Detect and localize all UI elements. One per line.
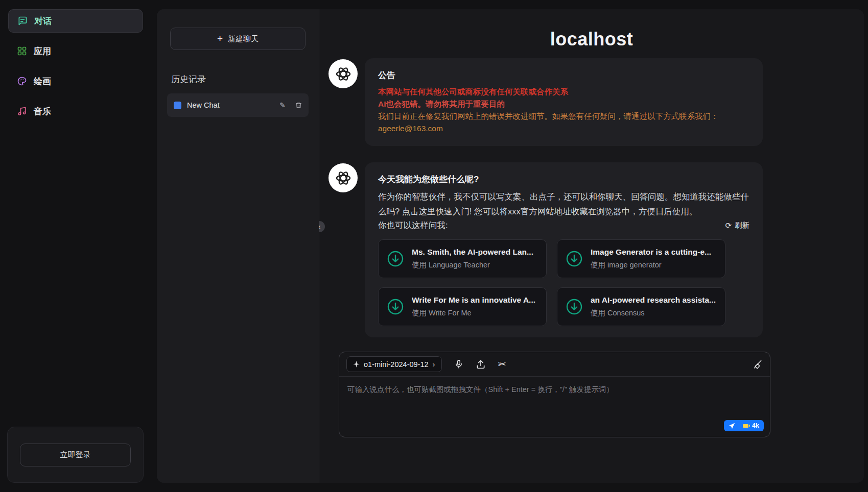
sidebar-item-label: 对话 [34, 15, 52, 27]
login-button[interactable]: 立即登录 [20, 444, 131, 466]
main-panel: + 新建聊天 历史记录 New Chat ✎ [157, 9, 864, 483]
welcome-body: 作为你的智慧伙伴，我不仅可以写文案、出点子，还可以和你聊天、回答问题。想知道我还… [378, 189, 749, 219]
new-chat-button[interactable]: + 新建聊天 [170, 28, 306, 50]
announcement-bubble: 公告 本网站与任何其他公司或商标没有任何关联或合作关系 AI也会犯错。请勿将其用… [365, 58, 763, 146]
history-body: 历史记录 New Chat ✎ [157, 62, 319, 117]
suggestion-card[interactable]: Image Generator is a cutting-e... 使用 ima… [557, 239, 725, 278]
chat-item-title: New Chat [187, 101, 270, 109]
new-chat-label: 新建聊天 [228, 34, 259, 44]
announcement-line2: AI也会犯错。请勿将其用于重要目的 [378, 98, 749, 110]
chat-bubble-icon [17, 16, 28, 26]
app-root: 对话 应用 绘画 [0, 0, 868, 492]
announcement-line1: 本网站与任何其他公司或商标没有任何关联或合作关系 [378, 86, 749, 98]
paper-plane-icon [729, 423, 735, 429]
sidebar-item-chat[interactable]: 对话 [8, 9, 143, 33]
suggestion-subtitle: 使用 Language Teacher [412, 260, 533, 270]
welcome-title: 今天我能为您做些什么呢? [378, 174, 749, 185]
suggestion-text: an AI-powered research assista... 使用 Con… [591, 296, 716, 318]
refresh-label: 刷新 [735, 220, 749, 230]
refresh-icon: ⟳ [725, 221, 732, 230]
suggestion-card[interactable]: Ms. Smith, the AI-powered Lan... 使用 Lang… [378, 239, 547, 278]
suggestion-title: Ms. Smith, the AI-powered Lan... [412, 248, 533, 257]
composer: o1-mini-2024-09-12 › ✂ [339, 352, 770, 437]
sidebar-item-paint[interactable]: 绘画 [8, 69, 143, 93]
chat-history-item[interactable]: New Chat ✎ [167, 93, 309, 117]
battery-icon [743, 424, 748, 428]
sidebar-item-label: 应用 [34, 45, 51, 57]
message-welcome: 今天我能为您做些什么呢? 作为你的智慧伙伴，我不仅可以写文案、出点子，还可以和你… [329, 162, 864, 337]
circle-arrow-down-icon [565, 298, 583, 316]
history-top: + 新建聊天 [157, 9, 319, 62]
announcement-line3: 我们目前正在修复我们网站上的错误并改进细节。如果您有任何疑问，请通过以下方式联系… [378, 110, 749, 122]
page-title: localhost [550, 29, 634, 50]
chevron-right-icon: › [433, 360, 435, 368]
history-column: + 新建聊天 历史记录 New Chat ✎ [157, 9, 319, 483]
suggestion-subtitle: 使用 image generator [591, 260, 711, 270]
palette-icon [17, 76, 27, 86]
message-announcement: 公告 本网站与任何其他公司或商标没有任何关联或合作关系 AI也会犯错。请勿将其用… [329, 58, 864, 146]
history-heading: 历史记录 [171, 73, 309, 85]
assistant-avatar [329, 59, 358, 88]
sidebar-item-apps[interactable]: 应用 [8, 39, 143, 63]
edit-icon[interactable]: ✎ [279, 101, 286, 109]
model-selector[interactable]: o1-mini-2024-09-12 › [346, 356, 442, 372]
scissors-icon[interactable]: ✂ [498, 358, 506, 370]
circle-arrow-down-icon [565, 250, 583, 268]
composer-body: 4k [339, 377, 770, 437]
suggestions-grid: Ms. Smith, the AI-powered Lan... 使用 Lang… [378, 239, 749, 326]
openai-logo-icon [334, 169, 353, 187]
send-token-badge[interactable]: 4k [724, 420, 764, 431]
composer-toolbar: o1-mini-2024-09-12 › ✂ [339, 352, 770, 377]
suggestion-card[interactable]: Write For Me is an innovative A... 使用 Wr… [378, 287, 547, 326]
suggestion-subtitle: 使用 Consensus [591, 308, 716, 318]
suggestion-text: Ms. Smith, the AI-powered Lan... 使用 Lang… [412, 248, 533, 270]
refresh-button[interactable]: ⟳ 刷新 [725, 220, 749, 230]
token-count: 4k [752, 422, 759, 429]
delete-icon[interactable] [295, 102, 302, 109]
suggestion-text: Image Generator is a cutting-e... 使用 ima… [591, 248, 711, 270]
chat-input[interactable] [339, 377, 770, 437]
login-panel: 立即登录 [7, 427, 144, 483]
ask-hint: 你也可以这样问我: [378, 220, 448, 231]
chat-column: ‹ localhost [319, 9, 864, 483]
suggestion-title: Image Generator is a cutting-e... [591, 248, 711, 257]
assistant-avatar [329, 163, 358, 192]
microphone-icon[interactable] [454, 359, 463, 370]
announcement-title: 公告 [378, 69, 749, 81]
apps-grid-icon [17, 46, 27, 56]
hint-row: 你也可以这样问我: ⟳ 刷新 [378, 220, 749, 231]
sidebar-item-label: 绘画 [34, 76, 51, 87]
upload-icon[interactable] [476, 359, 486, 370]
suggestion-subtitle: 使用 Write For Me [412, 308, 535, 318]
welcome-bubble: 今天我能为您做些什么呢? 作为你的智慧伙伴，我不仅可以写文案、出点子，还可以和你… [365, 162, 763, 337]
suggestion-title: Write For Me is an innovative A... [412, 296, 535, 305]
sidebar: 对话 应用 绘画 [0, 0, 157, 492]
circle-arrow-down-icon [386, 298, 405, 316]
sidebar-item-music[interactable]: 音乐 [8, 100, 143, 123]
openai-logo-icon [334, 65, 353, 83]
sparkle-icon [353, 361, 360, 367]
circle-arrow-down-icon [386, 250, 405, 268]
clear-broom-icon[interactable] [753, 359, 763, 370]
badge-divider [739, 423, 739, 429]
suggestion-text: Write For Me is an innovative A... 使用 Wr… [412, 296, 535, 318]
messages-area: 公告 本网站与任何其他公司或商标没有任何关联或合作关系 AI也会犯错。请勿将其用… [319, 54, 864, 349]
suggestion-title: an AI-powered research assista... [591, 296, 716, 305]
plus-icon: + [217, 33, 223, 44]
suggestion-card[interactable]: an AI-powered research assista... 使用 Con… [557, 287, 725, 326]
sidebar-item-label: 音乐 [34, 106, 51, 117]
contact-email-link[interactable]: ageerle@163.com [378, 122, 443, 135]
model-name: o1-mini-2024-09-12 [364, 360, 429, 368]
chat-title-bar: localhost [319, 9, 864, 54]
chat-color-square [174, 102, 181, 109]
music-note-icon [17, 106, 27, 116]
